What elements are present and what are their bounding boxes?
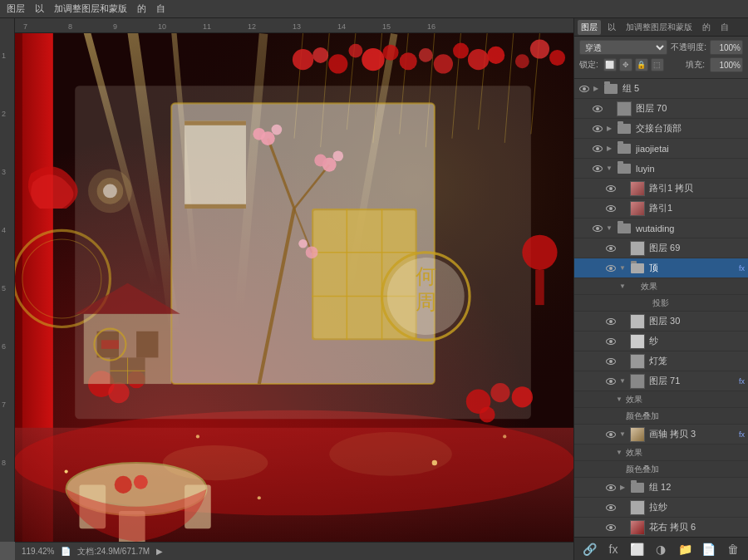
tab-layers[interactable]: 图层 [578,20,601,35]
menu-2[interactable]: 以 [35,2,44,15]
svg-point-92 [522,235,557,270]
layer-item-huazhou3[interactable]: ▼ 画轴 拷贝 3 fx [574,425,748,445]
name-jiaodingbu: 交接台顶部 [636,122,745,135]
layer-item-shadow[interactable]: 投影 [574,295,748,312]
expand-69[interactable] [618,243,627,253]
new-layer-btn[interactable]: 📄 [701,541,717,558]
layer-item-lasha[interactable]: 拉纱 [574,498,748,518]
expand-luyin1[interactable] [618,204,627,214]
tab-5[interactable]: 自 [717,20,732,35]
expand-71[interactable]: ▼ [618,376,627,386]
tab-4[interactable]: 的 [699,20,714,35]
layer-item-jiaodingbu[interactable]: ▶ 交接台顶部 [574,119,748,139]
layer-item-luyin1copy[interactable]: 路引1 拷贝 [574,179,748,199]
name-coloradd71: 颜色叠加 [626,410,745,422]
visibility-jiaodingbu[interactable] [591,122,604,135]
layer-item-70[interactable]: 图层 70 [574,99,748,119]
visibility-zu5[interactable] [578,82,591,96]
layer-list[interactable]: ▶ 组 5 图层 70 ▶ 交接台顶部 [574,79,748,537]
layer-item-coloradd-huazhou[interactable]: 颜色叠加 [574,461,748,478]
expand-sha[interactable] [618,336,627,346]
expand-ding[interactable]: ▼ [618,263,627,273]
new-group-btn[interactable]: 📁 [677,541,693,558]
layer-item-jiaojietai[interactable]: ▶ jiaojietai [574,139,748,159]
visibility-zu12[interactable] [604,481,618,494]
expand-denglong[interactable] [618,356,627,366]
expand-jiaojietai[interactable]: ▶ [604,144,614,154]
expand-hua6[interactable] [618,523,627,533]
menu-ceng[interactable]: 图层 [7,2,25,15]
layer-item-ding[interactable]: ▼ 顶 fx [574,258,748,278]
ruler-mark-9: 9 [113,22,117,31]
svg-point-25 [348,44,362,58]
expand-wutaiding[interactable]: ▼ [604,224,614,233]
expand-eff1[interactable]: ▼ [618,282,627,292]
lock-pixels-icon[interactable]: ⬜ [603,58,617,71]
visibility-30[interactable] [604,315,618,328]
add-mask-btn[interactable]: ⬜ [629,541,646,558]
visibility-denglong[interactable] [604,355,618,368]
layer-item-zu5[interactable]: ▶ 组 5 [574,79,748,99]
expand-30[interactable] [618,317,627,327]
visibility-hua6[interactable] [604,521,618,534]
link-layers-btn[interactable]: 🔗 [581,541,598,558]
layer-item-effects71[interactable]: ▼ 效果 [574,391,748,408]
add-style-btn[interactable]: fx [605,541,622,558]
visibility-wutaiding[interactable] [591,222,604,235]
name-zu12: 组 12 [649,481,745,494]
visibility-69[interactable] [604,242,618,255]
menu-4[interactable]: 的 [137,2,146,15]
layer-item-zu12[interactable]: ▶ 组 12 [574,478,748,498]
icon-70 [617,101,632,116]
layer-item-denglong[interactable]: 灯笼 [574,351,748,371]
expand-luyin[interactable]: ▼ [604,164,614,174]
expand-huazhou3[interactable]: ▼ [618,430,627,440]
expand-zu5[interactable]: ▶ [591,84,601,94]
svg-rect-80 [185,121,246,209]
fill-input[interactable] [710,57,743,72]
menu-5[interactable]: 自 [156,2,165,15]
layer-item-luyin[interactable]: ▼ luyin [574,159,748,179]
expand-luyin1copy[interactable] [618,184,627,194]
layer-item-71[interactable]: ▼ 图层 71 fx [574,371,748,391]
visibility-luyin[interactable] [591,162,604,175]
layer-item-69[interactable]: 图层 69 [574,238,748,258]
expand-eff-huazhou[interactable]: ▼ [614,448,624,458]
visibility-huazhou3[interactable] [604,428,618,441]
expand-eff71[interactable]: ▼ [614,395,624,405]
visibility-sha[interactable] [604,335,618,348]
tab-3[interactable]: 加调整图层和蒙版 [623,20,696,35]
layer-item-coloradd71[interactable]: 颜色叠加 [574,408,748,425]
lock-position-icon[interactable]: ✥ [619,58,632,71]
menu-3[interactable]: 加调整图层和蒙版 [54,2,127,15]
visibility-ding[interactable] [604,262,618,275]
expand-jiaodingbu[interactable]: ▶ [604,124,614,134]
ruler-mark-12: 12 [248,22,256,31]
zoom-level: 119.42% [22,547,54,556]
delete-layer-btn[interactable]: 🗑 [725,541,741,558]
lock-artboard-icon[interactable]: ⬚ [651,58,664,71]
layer-item-hua6[interactable]: 花右 拷贝 6 [574,518,748,537]
visibility-luyin1[interactable] [604,202,618,215]
visibility-70[interactable] [591,102,604,115]
new-adjustment-btn[interactable]: ◑ [652,541,669,558]
canvas-area[interactable]: 7 8 9 10 11 12 13 14 15 16 1 2 3 4 5 6 7… [0,18,573,560]
expand-lasha[interactable] [618,503,627,513]
layer-item-luyin1[interactable]: 路引1 [574,199,748,219]
opacity-input[interactable] [710,40,743,55]
layer-item-effects1[interactable]: ▼ 效果 [574,278,748,295]
tab-2[interactable]: 以 [604,20,619,35]
name-lasha: 拉纱 [649,501,745,513]
expand-zu12[interactable]: ▶ [618,483,627,493]
visibility-lasha[interactable] [604,501,618,514]
layer-item-30[interactable]: 图层 30 [574,312,748,332]
visibility-luyin1copy[interactable] [604,182,618,195]
layer-item-wutaiding[interactable]: ▼ wutaiding [574,219,748,238]
layer-item-effects-huazhou[interactable]: ▼ 效果 [574,445,748,461]
lock-all-icon[interactable]: 🔒 [635,58,648,71]
expand-70[interactable] [604,104,614,114]
visibility-71[interactable] [604,375,618,388]
visibility-jiaojietai[interactable] [591,142,604,155]
blend-mode-select[interactable]: 穿透 正常 正片叠底 [579,40,667,55]
layer-item-sha[interactable]: 纱 [574,332,748,351]
